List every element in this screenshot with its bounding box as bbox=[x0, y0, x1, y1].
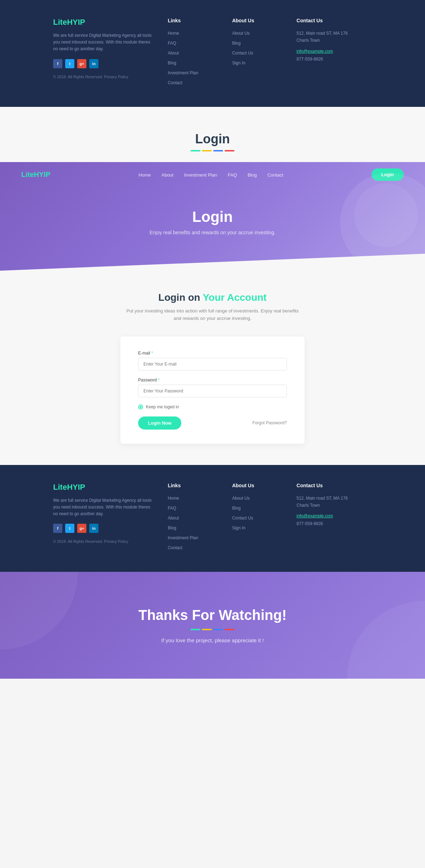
footer-blog-link[interactable]: Blog bbox=[232, 41, 240, 46]
googleplus-icon[interactable]: g+ bbox=[77, 59, 86, 68]
footer-link-home[interactable]: Home bbox=[168, 31, 179, 36]
footer2-address: 512, Main road ST, MA 176Charls Town bbox=[296, 495, 372, 509]
hero-content: Login Enjoy real benefits and rewards on… bbox=[0, 187, 425, 271]
footer2-copyright: © 2018. All Rights Reserved. Privacy Pol… bbox=[53, 539, 154, 544]
login-form-heading: Login on Your Account bbox=[7, 292, 418, 303]
radio-dot bbox=[140, 406, 142, 408]
footer2-contact-title: Contact Us bbox=[296, 483, 372, 488]
footer-link-contact[interactable]: Contact bbox=[168, 80, 182, 85]
footer-description: We are full service Digital Marketing Ag… bbox=[53, 32, 154, 53]
login-card: E-mail * Password * Keep me loged in Log… bbox=[120, 337, 305, 444]
footer2-home[interactable]: Home bbox=[168, 496, 179, 501]
thanks-title: Thanks For Watching! bbox=[7, 607, 418, 623]
footer2-googleplus-icon[interactable]: g+ bbox=[77, 524, 86, 533]
footer-about-links: About Us Blog Contact Us Sign In bbox=[232, 30, 282, 66]
facebook-icon[interactable]: f bbox=[53, 59, 62, 68]
nav-contact[interactable]: Contact bbox=[267, 172, 283, 178]
footer2-contactus[interactable]: Contact Us bbox=[232, 516, 253, 521]
links-col-title: Links bbox=[168, 18, 218, 23]
footer-link-faq[interactable]: FAQ bbox=[168, 41, 176, 46]
footer2-nav-links: Home FAQ About Blog Investment Plan Cont… bbox=[168, 495, 218, 551]
footer2-links-col: Links Home FAQ About Blog Investment Pla… bbox=[168, 483, 218, 554]
nav-blog[interactable]: Blog bbox=[248, 172, 257, 178]
contact-col-title: Contact Us bbox=[296, 18, 372, 23]
footer2-blog[interactable]: Blog bbox=[168, 525, 176, 530]
login-title-section: Login bbox=[0, 107, 425, 162]
footer-top: LiteHYIP We are full service Digital Mar… bbox=[0, 0, 425, 107]
hero-subtitle: Enjoy real benefits and rewards on your … bbox=[7, 230, 418, 235]
hero-nav-links: Home About Investment Plan FAQ Blog Cont… bbox=[138, 172, 283, 178]
password-label: Password * bbox=[138, 378, 287, 383]
underline-bar-blue bbox=[213, 150, 223, 151]
underline-bar-green bbox=[191, 150, 200, 151]
footer2-brand-col: LiteHYIP We are full service Digital Mar… bbox=[53, 483, 154, 554]
footer2-blog-link[interactable]: Blog bbox=[232, 506, 240, 511]
footer-links-col: Links Home FAQ About Blog Investment Pla… bbox=[168, 18, 218, 89]
footer-contact-link[interactable]: Contact Us bbox=[232, 51, 253, 56]
footer-link-blog[interactable]: Blog bbox=[168, 61, 176, 65]
footer2-twitter-icon[interactable]: t bbox=[65, 524, 74, 533]
footer2-about-col: About Us About Us Blog Contact Us Sign I… bbox=[232, 483, 282, 554]
footer-logo: LiteHYIP bbox=[53, 18, 154, 27]
underline-bar-yellow bbox=[202, 150, 212, 151]
login-now-button[interactable]: Login Now bbox=[138, 416, 181, 430]
footer2-email[interactable]: info@example.com bbox=[296, 513, 333, 518]
hero-section: LiteHYIP Home About Investment Plan FAQ … bbox=[0, 162, 425, 271]
email-label: E-mail * bbox=[138, 351, 287, 356]
footer2-investment[interactable]: Investment Plan bbox=[168, 535, 198, 540]
email-group: E-mail * bbox=[138, 351, 287, 370]
footer2-linkedin-icon[interactable]: in bbox=[89, 524, 98, 533]
login-form-section: Login on Your Account Put your investing… bbox=[0, 271, 425, 465]
nav-faq[interactable]: FAQ bbox=[228, 172, 237, 178]
footer-bottom: LiteHYIP We are full service Digital Mar… bbox=[0, 465, 425, 572]
footer-link-investment[interactable]: Investment Plan bbox=[168, 70, 198, 75]
footer-link-about[interactable]: About bbox=[168, 51, 179, 56]
footer2-logo: LiteHYIP bbox=[53, 483, 154, 492]
footer-contact-col: Contact Us 512, Main road ST, MA 176Char… bbox=[296, 18, 372, 89]
login-page-heading: Login bbox=[7, 132, 418, 146]
form-bottom-row: Login Now Forgot Password? bbox=[138, 416, 287, 430]
email-input[interactable] bbox=[138, 358, 287, 370]
footer2-contact[interactable]: Contact bbox=[168, 545, 182, 550]
hero-title: Login bbox=[7, 208, 418, 225]
password-input[interactable] bbox=[138, 385, 287, 397]
remember-radio[interactable] bbox=[138, 404, 143, 409]
forgot-password-link[interactable]: Forgot Password? bbox=[253, 420, 287, 425]
footer-phone: 877-559-9826 bbox=[296, 56, 372, 63]
footer-about-us-link[interactable]: About Us bbox=[232, 31, 249, 36]
password-group: Password * bbox=[138, 378, 287, 397]
footer2-aboutus[interactable]: About Us bbox=[232, 496, 249, 501]
hero-logo: LiteHYIP bbox=[21, 171, 50, 179]
footer2-phone: 877-559-9826 bbox=[296, 520, 372, 527]
login-form-subtitle: Put your investing ideas into action wit… bbox=[7, 307, 418, 322]
footer2-signin[interactable]: Sign In bbox=[232, 525, 245, 530]
footer2-about-title: About Us bbox=[232, 483, 282, 488]
remember-row: Keep me loged in bbox=[138, 404, 287, 409]
nav-investment[interactable]: Investment Plan bbox=[184, 172, 217, 178]
footer2-about-links: About Us Blog Contact Us Sign In bbox=[232, 495, 282, 531]
footer2-about[interactable]: About bbox=[168, 516, 179, 521]
thanks-section: Thanks For Watching! If you love the pro… bbox=[0, 572, 425, 679]
remember-label: Keep me loged in bbox=[146, 404, 179, 409]
footer-email[interactable]: info@example.com bbox=[296, 49, 333, 54]
thanks-bar-green bbox=[191, 629, 200, 630]
footer2-faq[interactable]: FAQ bbox=[168, 506, 176, 511]
footer-address: 512, Main road ST, MA 176Charls Town bbox=[296, 30, 372, 44]
linkedin-icon[interactable]: in bbox=[89, 59, 98, 68]
footer-nav-links: Home FAQ About Blog Investment Plan Cont… bbox=[168, 30, 218, 86]
social-icons: f t g+ in bbox=[53, 59, 154, 68]
nav-about[interactable]: About bbox=[162, 172, 174, 178]
footer2-facebook-icon[interactable]: f bbox=[53, 524, 62, 533]
footer-about-col: About Us About Us Blog Contact Us Sign I… bbox=[232, 18, 282, 89]
thanks-bar-red bbox=[225, 629, 234, 630]
thanks-bar-yellow bbox=[202, 629, 212, 630]
twitter-icon[interactable]: t bbox=[65, 59, 74, 68]
title-underline-bars bbox=[7, 150, 418, 151]
footer-signin-link[interactable]: Sign In bbox=[232, 61, 245, 65]
underline-bar-red bbox=[225, 150, 234, 151]
nav-home[interactable]: Home bbox=[138, 172, 151, 178]
footer2-description: We are full service Digital Marketing Ag… bbox=[53, 497, 154, 518]
about-col-title: About Us bbox=[232, 18, 282, 23]
thanks-underline bbox=[7, 629, 418, 630]
footer-copyright: © 2018. All Rights Reserved. Privacy Pol… bbox=[53, 75, 154, 79]
